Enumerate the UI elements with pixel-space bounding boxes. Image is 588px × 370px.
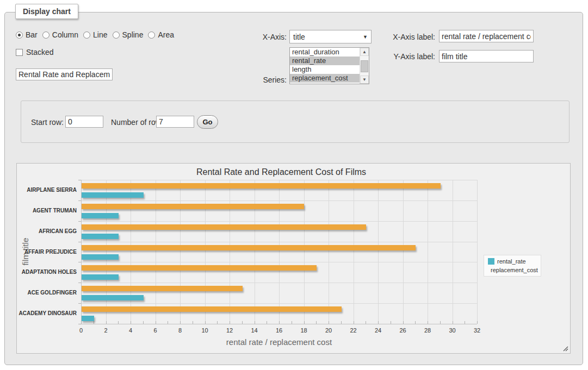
bar-rental_rate[interactable]	[82, 295, 144, 300]
bar-replacement_cost[interactable]	[82, 286, 243, 291]
x-axis-tick	[428, 321, 428, 324]
bar-rental_rate[interactable]	[82, 254, 119, 260]
series-option-rental_rate[interactable]: rental_rate	[290, 57, 360, 65]
x-axis-tick	[403, 321, 404, 324]
page: { "window": { "title": "Display chart" }…	[0, 0, 588, 370]
chart-title-input[interactable]	[16, 68, 113, 80]
x-axis-label-input[interactable]	[439, 30, 534, 42]
scroll-down-icon[interactable]: ▼	[360, 76, 369, 84]
bar-replacement_cost[interactable]	[82, 245, 416, 250]
x-axis-tick	[477, 321, 478, 324]
bar-rental_rate[interactable]	[82, 274, 119, 280]
gridline-vertical	[403, 180, 404, 324]
x-axis-tick-label: 6	[153, 327, 157, 334]
radio-icon[interactable]	[16, 32, 23, 39]
x-axis-tick	[378, 321, 379, 324]
gridline-vertical	[477, 180, 478, 324]
gridline-horizontal	[81, 200, 477, 201]
resize-handle-icon[interactable]	[562, 346, 568, 352]
number-of-rows-input[interactable]	[156, 116, 194, 128]
gridline-vertical	[156, 180, 156, 324]
category-label: ACADEMY DINOSAUR	[17, 310, 77, 316]
x-axis-tick	[279, 321, 280, 324]
x-axis-tick-label: 14	[251, 327, 257, 334]
radio-icon[interactable]	[83, 32, 90, 39]
series-option-replacement_cost[interactable]: replacement_cost	[290, 74, 360, 83]
bar-replacement_cost[interactable]	[82, 265, 317, 271]
x-axis-tick-label: 16	[276, 327, 282, 334]
x-axis-caption: X-Axis:	[245, 33, 287, 41]
chart-type-radio-group: BarColumnLineSplineArea	[16, 30, 174, 39]
series-options: rental_durationrental_ratelengthreplacem…	[290, 48, 360, 84]
chart-type-line[interactable]: Line	[83, 30, 107, 39]
x-axis-tick-label: 24	[375, 327, 381, 334]
scroll-up-icon[interactable]: ▲	[360, 48, 369, 56]
x-axis-tick-label: 8	[178, 327, 182, 334]
x-axis-line	[81, 324, 477, 324]
y-axis-label-input[interactable]	[439, 50, 534, 62]
bar-replacement_cost[interactable]	[82, 224, 366, 230]
gridline-horizontal	[81, 242, 477, 242]
bar-replacement_cost[interactable]	[82, 183, 441, 189]
series-option-rental_duration[interactable]: rental_duration	[290, 48, 360, 57]
bar-replacement_cost[interactable]	[82, 204, 304, 209]
scrollbar-track[interactable]	[360, 56, 369, 76]
y-axis-tick	[78, 303, 81, 304]
x-axis-tick	[341, 321, 342, 324]
x-axis-tick	[316, 321, 317, 324]
gridline-vertical	[378, 180, 379, 324]
go-button[interactable]: Go	[197, 115, 218, 129]
x-axis-select[interactable]: title ▼	[289, 30, 372, 43]
y-axis-tick	[78, 242, 81, 242]
x-axis-tick-label: 18	[300, 327, 307, 334]
gridline-horizontal	[81, 221, 477, 222]
series-scrollbar[interactable]: ▲ ▼	[360, 48, 369, 84]
x-axis-tick	[94, 321, 94, 324]
gridline-horizontal	[81, 180, 477, 180]
x-axis-tick	[267, 321, 267, 324]
y-axis-tick	[78, 283, 81, 283]
chart-title: Rental Rate and Replacement Cost of Film…	[196, 167, 366, 177]
legend-item-replacement_cost[interactable]: replacement_cost	[488, 267, 537, 273]
radio-icon[interactable]	[42, 32, 49, 39]
x-axis-tick-label: 22	[350, 327, 356, 334]
x-axis-select-value: title	[293, 33, 305, 41]
chart-type-bar[interactable]: Bar	[16, 30, 38, 39]
bar-replacement_cost[interactable]	[82, 306, 342, 312]
legend-item-rental_rate[interactable]: rental_rate	[488, 258, 537, 265]
radio-icon[interactable]	[148, 32, 155, 39]
x-axis-tick	[465, 321, 465, 324]
bar-rental_rate[interactable]	[82, 192, 144, 198]
legend-label: replacement_cost	[491, 267, 538, 273]
radio-icon[interactable]	[113, 32, 120, 39]
stacked-option: Stacked	[16, 48, 54, 57]
bar-rental_rate[interactable]	[82, 213, 119, 218]
gridline-vertical	[329, 180, 329, 324]
x-axis-tick-label: 32	[474, 327, 480, 334]
x-axis-tick	[440, 321, 441, 324]
radio-label: Line	[93, 30, 107, 39]
gridline-vertical	[354, 180, 354, 324]
x-axis-tick-label: 30	[449, 327, 455, 334]
radio-label: Spline	[122, 30, 144, 39]
chart-type-area[interactable]: Area	[148, 30, 174, 39]
x-axis-tick	[143, 321, 144, 324]
panel-title: Display chart	[15, 4, 78, 19]
chart-type-column[interactable]: Column	[42, 30, 78, 39]
stacked-checkbox[interactable]	[16, 49, 23, 56]
start-row-input[interactable]	[65, 116, 103, 128]
x-axis-tick	[81, 321, 82, 324]
legend-swatch	[488, 258, 494, 265]
gridline-vertical	[205, 180, 206, 324]
gridline-vertical	[279, 180, 280, 324]
series-option-length[interactable]: length	[290, 65, 360, 74]
scrollbar-thumb[interactable]	[361, 60, 368, 72]
category-label: AGENT TRUMAN	[17, 208, 77, 214]
x-axis-tick	[193, 321, 193, 324]
x-axis-tick	[242, 321, 243, 324]
chart-x-axis-label: rental rate / replacement cost	[226, 337, 332, 347]
chart-type-spline[interactable]: Spline	[113, 30, 144, 39]
gridline-vertical	[255, 180, 255, 324]
bar-rental_rate[interactable]	[82, 234, 119, 239]
bar-rental_rate[interactable]	[82, 316, 94, 321]
